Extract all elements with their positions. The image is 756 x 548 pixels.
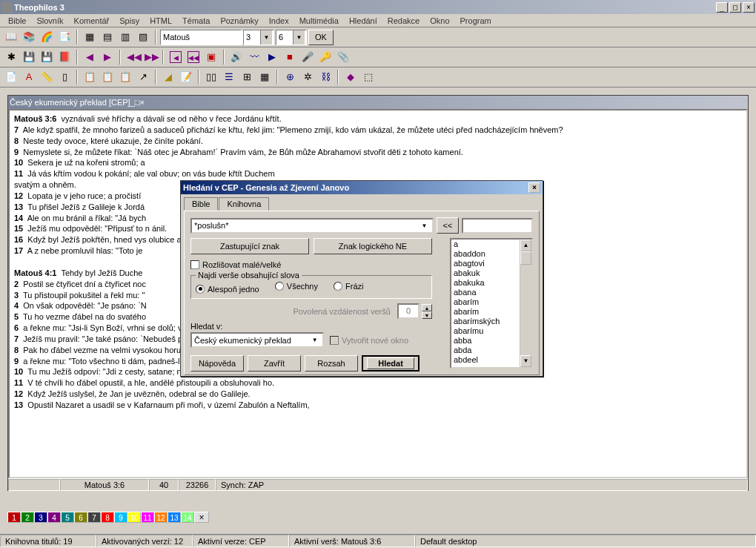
wave-icon[interactable]: 〰 — [246, 49, 262, 65]
version-tab-more[interactable]: × — [194, 512, 209, 523]
version-tab-9[interactable]: 9 — [114, 512, 127, 523]
menu-index[interactable]: Index — [264, 16, 294, 26]
menu-redakce[interactable]: Redakce — [382, 16, 425, 26]
ok-button[interactable]: OK — [308, 30, 334, 45]
menu-multimédia[interactable]: Multimédia — [294, 16, 344, 26]
help-icon[interactable]: ◆ — [342, 69, 359, 85]
tab-library[interactable]: Knihovna — [219, 197, 269, 211]
radio-icon[interactable] — [196, 285, 205, 294]
verse-line[interactable]: 8 Neste tedy ovoce, které ukazuje, že či… — [14, 136, 742, 147]
menu-program[interactable]: Program — [455, 16, 497, 26]
grid1-icon[interactable]: ▦ — [82, 29, 98, 45]
next-verse-icon[interactable]: ▶ — [99, 49, 116, 65]
menu-spisy[interactable]: Spisy — [114, 16, 145, 26]
chevron-down-icon[interactable]: ▼ — [260, 30, 272, 44]
verse-line[interactable]: 10 Sekera je už na kořeni stromů; a — [14, 157, 742, 168]
chevron-down-icon[interactable]: ▼ — [293, 30, 305, 44]
book-combo[interactable]: ▼ — [160, 30, 242, 45]
chapter-input[interactable] — [244, 30, 260, 44]
menu-hledání[interactable]: Hledání — [344, 16, 382, 26]
menu-komentář[interactable]: Komentář — [69, 16, 115, 26]
grid4-icon[interactable]: ▧ — [135, 29, 151, 45]
dialog-titlebar[interactable]: Hledání v CEP - Genesis až Zjevení Janov… — [181, 181, 543, 194]
version-tab-3[interactable]: 3 — [34, 512, 47, 523]
verse-line[interactable]: 11 V té chvíli ho ďábel opustil, a hle, … — [14, 377, 742, 389]
verse-line[interactable]: 11 Já vás křtím vodou k pokání; ale val … — [14, 168, 742, 179]
play-icon[interactable]: ▶ — [264, 49, 280, 65]
back-button[interactable]: << — [437, 217, 459, 234]
book2-icon[interactable]: 📕 — [56, 49, 73, 65]
radio-icon[interactable] — [275, 282, 284, 291]
attach-icon[interactable]: 📎 — [335, 49, 351, 65]
skip-back2-icon[interactable]: ◀◀ — [185, 49, 202, 65]
verse-line[interactable]: 13 Opustil Nazaret a usadil se v Kafarna… — [14, 400, 742, 411]
menu-témata[interactable]: Témata — [177, 16, 215, 26]
clip-icon[interactable]: 📋 — [117, 69, 133, 85]
skip-back-icon[interactable]: ◀ — [168, 49, 184, 65]
scope-combo[interactable]: ▼ — [190, 332, 324, 348]
cols-icon[interactable]: ▯▯ — [203, 69, 219, 85]
char-icon[interactable]: A — [21, 69, 37, 85]
spinner-down-icon[interactable]: ▼ — [422, 311, 432, 319]
grid-icon[interactable]: ▦ — [256, 69, 273, 85]
radio-phrase[interactable]: Frázi — [334, 282, 363, 291]
scroll-thumb[interactable] — [520, 251, 531, 265]
close-button[interactable]: Zavřít — [248, 355, 301, 372]
save-icon[interactable]: 💾 — [21, 49, 37, 65]
saveall-icon[interactable]: 💾 — [39, 49, 55, 65]
wildcard-button[interactable]: Zastupující znak — [190, 238, 309, 254]
gear-icon[interactable]: ✲ — [299, 69, 316, 85]
doc-icon[interactable]: 📄 — [3, 69, 19, 85]
help-button[interactable]: Nápověda — [190, 355, 244, 372]
secondary-input[interactable] — [462, 218, 533, 234]
search-button[interactable]: Hledat — [362, 355, 420, 372]
maximize-button[interactable]: □ — [729, 2, 741, 13]
menu-okno[interactable]: Okno — [425, 16, 454, 26]
checkbox-icon[interactable] — [190, 260, 199, 269]
verse-input[interactable] — [276, 30, 293, 44]
tab-bible[interactable]: Bible — [184, 197, 218, 211]
menu-slovník[interactable]: Slovník — [31, 16, 68, 26]
radio-atleast-one[interactable]: Alespoň jedno — [196, 285, 259, 294]
doc-maximize-button[interactable]: □ — [135, 98, 140, 107]
search-query-combo[interactable]: ▼ — [190, 218, 434, 234]
layout-icon[interactable]: ⊞ — [239, 69, 255, 85]
grid2-icon[interactable]: ▤ — [99, 29, 116, 45]
version-tab-5[interactable]: 5 — [61, 512, 74, 523]
radio-icon[interactable] — [334, 282, 342, 291]
menu-bible[interactable]: Bible — [3, 16, 31, 26]
case-checkbox[interactable]: Rozlišovat malé/velké — [190, 260, 281, 269]
verse-line[interactable]: Matouš 3:6 vyznávali své hříchy a dávali… — [14, 113, 742, 125]
paste-icon[interactable]: 📋 — [99, 69, 116, 85]
verse-line[interactable]: 9 Nemyslete si, že můžete říkat: `Náš ot… — [14, 147, 742, 158]
search-query-input[interactable] — [194, 221, 419, 230]
chevron-down-icon[interactable]: ▼ — [309, 337, 320, 343]
target-icon[interactable]: ⊕ — [282, 69, 298, 85]
sound-icon[interactable]: 🔊 — [228, 49, 245, 65]
version-tab-12[interactable]: 12 — [154, 512, 168, 523]
copy-icon[interactable]: 📑 — [56, 29, 73, 45]
version-tab-10[interactable]: 10 — [127, 512, 141, 523]
page-icon[interactable]: ▯ — [56, 69, 73, 85]
book-icon[interactable]: 📖 — [3, 29, 19, 45]
forward-icon[interactable]: ▶▶ — [142, 49, 159, 65]
minimize-button[interactable]: _ — [716, 2, 728, 13]
verse-combo[interactable]: ▼ — [276, 30, 307, 45]
new-icon[interactable]: ✱ — [3, 49, 19, 65]
version-tab-7[interactable]: 7 — [87, 512, 101, 523]
doc-close-button[interactable]: × — [139, 98, 144, 107]
scope-input[interactable] — [194, 336, 309, 345]
verse-line[interactable]: 12 Když Ježíš uslyšel, že Jan je uvězněn… — [14, 389, 742, 400]
version-tab-8[interactable]: 8 — [101, 512, 114, 523]
dialog-close-button[interactable]: × — [528, 182, 540, 193]
rows-icon[interactable]: ☰ — [221, 69, 237, 85]
spinner-up-icon[interactable]: ▲ — [422, 304, 432, 311]
range-button[interactable]: Rozsah — [305, 355, 358, 372]
note-icon[interactable]: 📝 — [178, 69, 194, 85]
export-icon[interactable]: ↗ — [135, 69, 151, 85]
version-tab-13[interactable]: 13 — [168, 512, 181, 523]
copy2-icon[interactable]: 📋 — [82, 69, 98, 85]
mic-icon[interactable]: 🎤 — [299, 49, 316, 65]
version-tab-1[interactable]: 1 — [7, 512, 21, 523]
center-icon[interactable]: ▣ — [203, 49, 219, 65]
